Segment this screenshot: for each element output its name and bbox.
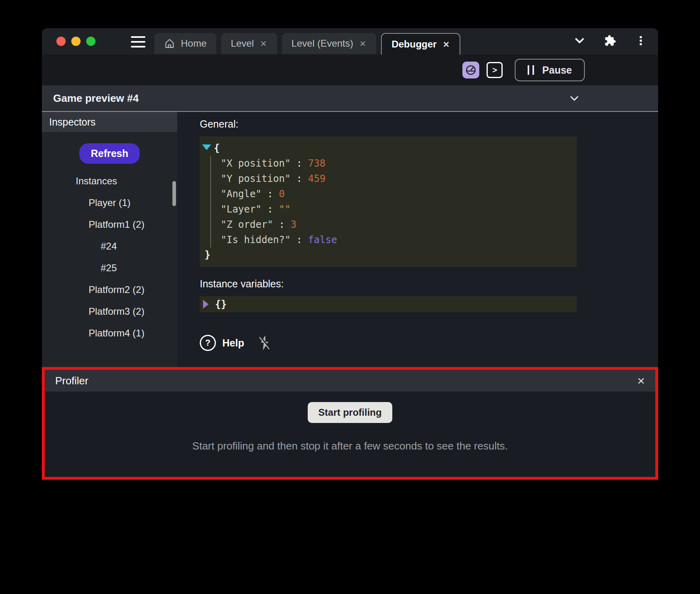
tab-level[interactable]: Level × [221, 33, 277, 54]
game-preview-header[interactable]: Game preview #4 [42, 85, 658, 111]
profiler-title: Profiler [55, 375, 88, 387]
home-icon [164, 38, 175, 49]
json-entries: "X position" : 738 "Y position" : 459 "A… [210, 156, 571, 248]
titlebar: Home Level × Level (Events) × Debugger × [42, 28, 658, 55]
extensions-puzzle-icon[interactable] [604, 35, 616, 47]
tab-label: Level (Events) [292, 38, 353, 49]
json-row-layer[interactable]: "Layer" : "" [221, 202, 571, 217]
instances-tree: Instances Player (1) Platform1 (2) #24 #… [42, 170, 177, 344]
close-tab-icon[interactable]: × [359, 38, 367, 49]
sidebar-scrollbar[interactable] [172, 181, 176, 206]
speedometer-icon [465, 64, 477, 76]
help-button[interactable]: ? Help [200, 335, 658, 351]
chevron-down-icon[interactable] [574, 35, 586, 47]
close-profiler-icon[interactable]: × [637, 374, 645, 387]
debugger-toolbar: > Pause [42, 55, 658, 85]
main-menu-icon[interactable] [131, 36, 145, 47]
inspectors-sidebar: Inspectors Refresh Instances Player (1) … [42, 112, 177, 367]
tree-item-player[interactable]: Player (1) [42, 192, 177, 214]
general-json-view: { "X position" : 738 "Y position" : 459 … [200, 136, 577, 267]
pause-icon [528, 65, 534, 75]
profiler-toggle-button[interactable] [462, 62, 479, 78]
tree-item-24[interactable]: #24 [42, 235, 177, 257]
tree-item-platform4[interactable]: Platform4 (1) [42, 322, 177, 344]
tab-bar: Home Level × Level (Events) × Debugger × [154, 33, 460, 55]
tree-item-25[interactable]: #25 [42, 257, 177, 279]
console-icon: > [492, 66, 497, 75]
console-button[interactable]: > [487, 62, 503, 78]
titlebar-right-icons [574, 35, 647, 47]
instance-variables-view: {} [200, 296, 577, 312]
game-preview-title: Game preview #4 [53, 92, 139, 105]
json-row-is-hidden[interactable]: "Is hidden?" : false [221, 232, 571, 248]
inspectors-header: Inspectors [42, 112, 177, 132]
app-window: Home Level × Level (Events) × Debugger × [42, 28, 658, 480]
help-label: Help [222, 337, 244, 349]
general-label: General: [200, 118, 658, 130]
json-row-angle[interactable]: "Angle" : 0 [221, 186, 571, 202]
tab-home[interactable]: Home [154, 33, 216, 54]
inspector-detail-panel: General: { "X position" : 738 "Y positio… [177, 112, 658, 367]
json-row-y-position[interactable]: "Y position" : 459 [221, 171, 571, 186]
tree-item-platform3[interactable]: Platform3 (2) [42, 301, 177, 322]
start-profiling-button[interactable]: Start profiling [308, 402, 392, 423]
profiler-panel: Profiler × Start profiling Start profili… [42, 367, 658, 480]
tree-item-platform1[interactable]: Platform1 (2) [42, 214, 177, 235]
maximize-window-button[interactable] [86, 37, 95, 46]
tab-label: Level [231, 38, 254, 49]
close-tab-icon[interactable]: × [442, 39, 450, 50]
variables-value: {} [215, 299, 227, 310]
minimize-window-button[interactable] [71, 37, 81, 46]
collapse-chevron-icon[interactable] [569, 93, 580, 104]
question-mark-icon: ? [200, 335, 216, 351]
json-row-x-position[interactable]: "X position" : 738 [221, 156, 571, 171]
tree-item-instances[interactable]: Instances [42, 170, 177, 192]
profiler-header: Profiler × [45, 370, 655, 392]
profiler-caption: Start profiling and then stop it after a… [45, 440, 655, 452]
close-window-button[interactable] [56, 37, 66, 46]
profiler-body: Start profiling Start profiling and then… [45, 392, 655, 452]
expanded-triangle-icon[interactable] [202, 144, 211, 150]
close-tab-icon[interactable]: × [259, 38, 267, 49]
open-brace: { [214, 140, 220, 156]
tab-label: Home [181, 38, 207, 49]
inspectors-title: Inspectors [49, 116, 95, 128]
instance-variables-label: Instance variables: [200, 278, 658, 290]
refresh-button[interactable]: Refresh [79, 143, 139, 164]
debugger-content: Inspectors Refresh Instances Player (1) … [42, 112, 658, 367]
traffic-lights [56, 37, 95, 46]
more-options-icon[interactable] [635, 35, 647, 47]
tab-debugger[interactable]: Debugger × [381, 33, 460, 55]
tree-item-platform2[interactable]: Platform2 (2) [42, 279, 177, 301]
flash-off-icon[interactable] [258, 335, 271, 351]
tab-level-events[interactable]: Level (Events) × [282, 33, 377, 54]
close-brace: } [205, 248, 210, 262]
tab-label: Debugger [391, 39, 437, 50]
pause-button[interactable]: Pause [515, 59, 585, 81]
json-row-z-order[interactable]: "Z order" : 3 [221, 217, 571, 232]
pause-label: Pause [542, 64, 572, 76]
collapsed-triangle-icon[interactable] [203, 300, 209, 309]
